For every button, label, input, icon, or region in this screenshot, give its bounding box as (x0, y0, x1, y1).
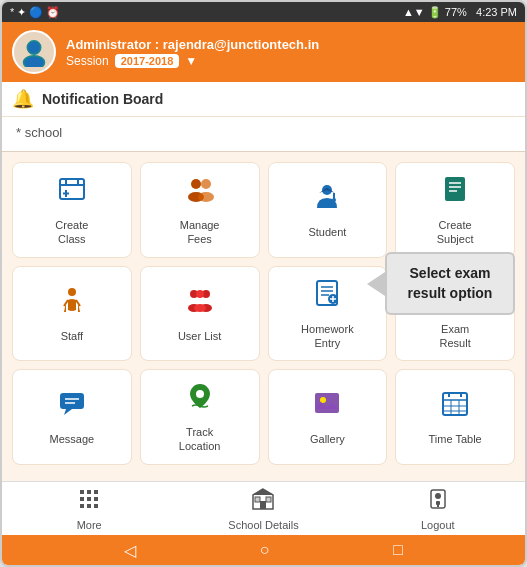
gallery-icon (311, 387, 343, 426)
callout-wrapper: Select exam result option (367, 252, 515, 315)
status-left: * ✦ 🔵 ⏰ (10, 6, 60, 19)
svg-rect-39 (60, 393, 84, 409)
manage-fees-icon (184, 173, 216, 212)
svg-rect-63 (260, 501, 266, 509)
svg-rect-54 (80, 490, 84, 494)
menu-item-message[interactable]: Message (12, 369, 132, 465)
svg-point-27 (194, 304, 206, 312)
svg-rect-15 (445, 177, 465, 201)
svg-rect-60 (80, 504, 84, 508)
session-row: Session 2017-2018 ▼ (66, 54, 515, 68)
menu-item-manage-fees[interactable]: ManageFees (140, 162, 260, 258)
status-bar: * ✦ 🔵 ⏰ ▲▼ 🔋 77% 4:23 PM (2, 2, 525, 22)
logout-icon (426, 487, 450, 517)
track-location-icon (184, 380, 216, 419)
android-recents-button[interactable]: □ (393, 541, 403, 559)
more-grid-icon (77, 487, 101, 517)
create-subject-icon (439, 173, 471, 212)
header: Administrator : rajendra@junctiontech.in… (2, 22, 525, 82)
android-home-button[interactable]: ○ (260, 541, 270, 559)
notification-bar: 🔔 Notification Board (2, 82, 525, 117)
notification-title: Notification Board (42, 91, 163, 107)
dropdown-arrow-icon[interactable]: ▼ (185, 54, 197, 68)
menu-item-gallery[interactable]: Gallery (268, 369, 388, 465)
admin-label: Administrator : rajendra@junctiontech.in (66, 37, 515, 52)
school-area: * school (2, 117, 525, 152)
svg-point-68 (435, 493, 441, 499)
svg-point-24 (196, 290, 204, 298)
svg-rect-58 (87, 497, 91, 501)
session-label: Session (66, 54, 109, 68)
menu-item-user-list[interactable]: User List (140, 266, 260, 362)
gallery-label: Gallery (310, 432, 345, 446)
svg-point-14 (332, 198, 336, 202)
menu-item-student[interactable]: Student (268, 162, 388, 258)
callout-arrow-icon (367, 272, 385, 296)
svg-marker-66 (253, 489, 273, 495)
svg-rect-4 (60, 179, 84, 199)
svg-rect-55 (87, 490, 91, 494)
callout-box: Select exam result option (385, 252, 515, 315)
manage-fees-label: ManageFees (180, 218, 220, 247)
student-label: Student (308, 225, 346, 239)
notification-icon: 🔔 (12, 88, 34, 110)
svg-rect-46 (443, 393, 467, 415)
svg-rect-57 (80, 497, 84, 501)
school-text: * school (16, 125, 62, 140)
android-nav: ◁ ○ □ (2, 535, 525, 565)
callout-text: Select exam result option (408, 265, 493, 301)
menu-item-create-subject[interactable]: CreateSubject (395, 162, 515, 258)
svg-point-8 (191, 179, 201, 189)
school-details-label: School Details (228, 519, 298, 531)
staff-icon (56, 284, 88, 323)
menu-item-track-location[interactable]: TrackLocation (140, 369, 260, 465)
svg-rect-56 (94, 490, 98, 494)
homework-entry-label: HomeworkEntry (301, 322, 354, 351)
svg-point-11 (198, 192, 214, 202)
time-table-label: Time Table (429, 432, 482, 446)
svg-rect-65 (266, 497, 271, 502)
menu-item-staff[interactable]: Staff (12, 266, 132, 362)
message-label: Message (50, 432, 95, 446)
phone-frame: * ✦ 🔵 ⏰ ▲▼ 🔋 77% 4:23 PM Administrator :… (0, 0, 527, 567)
svg-point-45 (320, 397, 326, 403)
user-list-icon (184, 284, 216, 323)
status-right: ▲▼ 🔋 77% 4:23 PM (403, 6, 517, 19)
svg-point-9 (201, 179, 211, 189)
homework-entry-icon (311, 277, 343, 316)
svg-rect-59 (94, 497, 98, 501)
track-location-label: TrackLocation (179, 425, 221, 454)
grid-wrapper: CreateClass ManageFees (2, 152, 525, 481)
svg-rect-64 (255, 497, 260, 502)
svg-rect-61 (87, 504, 91, 508)
nav-item-logout[interactable]: Logout (351, 487, 525, 531)
time-table-icon (439, 387, 471, 426)
staff-label: Staff (61, 329, 83, 343)
more-label: More (77, 519, 102, 531)
create-class-label: CreateClass (55, 218, 88, 247)
svg-point-43 (196, 390, 204, 398)
school-details-icon (251, 487, 275, 517)
svg-marker-40 (64, 409, 72, 415)
svg-rect-62 (94, 504, 98, 508)
svg-rect-44 (315, 393, 339, 413)
nav-item-school-details[interactable]: School Details (176, 487, 350, 531)
svg-point-19 (68, 288, 76, 296)
menu-item-create-class[interactable]: CreateClass (12, 162, 132, 258)
create-class-icon (56, 173, 88, 212)
bottom-nav: More School Details (2, 481, 525, 535)
android-back-button[interactable]: ◁ (124, 541, 136, 560)
nav-item-more[interactable]: More (2, 487, 176, 531)
student-icon (311, 180, 343, 219)
user-list-label: User List (178, 329, 221, 343)
menu-item-time-table[interactable]: Time Table (395, 369, 515, 465)
logout-label: Logout (421, 519, 455, 531)
create-subject-label: CreateSubject (437, 218, 474, 247)
exam-result-label: ExamResult (440, 322, 471, 351)
message-icon (56, 387, 88, 426)
header-info: Administrator : rajendra@junctiontech.in… (66, 37, 515, 68)
session-value[interactable]: 2017-2018 (115, 54, 180, 68)
avatar (12, 30, 56, 74)
